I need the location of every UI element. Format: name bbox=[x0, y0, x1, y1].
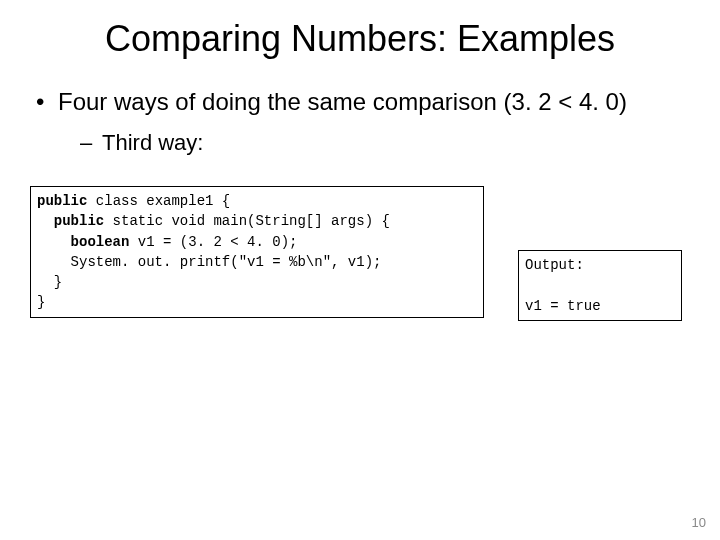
output-line: v1 = true bbox=[525, 298, 601, 314]
slide-title: Comparing Numbers: Examples bbox=[0, 0, 720, 60]
code-keyword: public bbox=[37, 213, 104, 229]
code-keyword: boolean bbox=[37, 234, 129, 250]
code-block: public class example1 { public static vo… bbox=[30, 186, 484, 318]
code-text: v1 = (3. 2 < 4. 0); bbox=[129, 234, 297, 250]
code-text: class example1 { bbox=[87, 193, 230, 209]
output-block: Output: v1 = true bbox=[518, 250, 682, 321]
page-number: 10 bbox=[692, 515, 706, 530]
code-text: } bbox=[37, 294, 45, 310]
bullet-level-2: Third way: bbox=[80, 130, 720, 156]
code-text: static void main(String[] args) { bbox=[104, 213, 390, 229]
code-text: System. out. printf("v1 = %b\n", v1); bbox=[37, 254, 381, 270]
bullet-level-1: Four ways of doing the same comparison (… bbox=[36, 88, 720, 116]
output-line: Output: bbox=[525, 257, 584, 273]
code-keyword: public bbox=[37, 193, 87, 209]
code-text: } bbox=[37, 274, 62, 290]
